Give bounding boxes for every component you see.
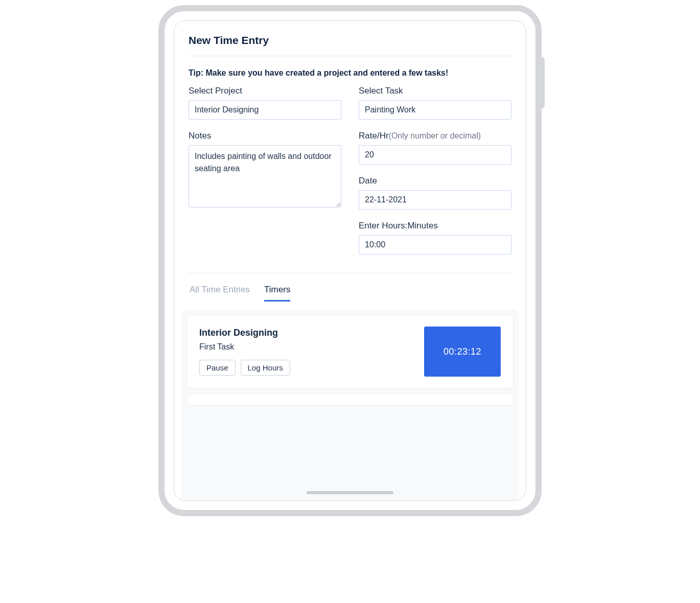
task-field: Select Task [359, 86, 511, 120]
rate-label: Rate/Hr(Only number or decimal) [359, 131, 511, 141]
log-hours-button[interactable]: Log Hours [241, 360, 290, 376]
tab-timers[interactable]: Timers [264, 285, 290, 302]
header: New Time Entry [174, 21, 526, 56]
date-input[interactable] [359, 190, 511, 210]
notes-field: Notes [189, 131, 341, 254]
tabs: All Time Entries Timers [174, 273, 526, 307]
tip-text: Tip: Make sure you have created a projec… [174, 56, 526, 86]
date-label: Date [359, 176, 511, 186]
time-entry-form: Select Project Select Task Notes Rate/Hr… [174, 86, 526, 273]
app-panel: New Time Entry Tip: Make sure you have c… [174, 20, 526, 501]
tablet-side-button [541, 57, 545, 108]
rate-field: Rate/Hr(Only number or decimal) [359, 131, 511, 165]
page-title: New Time Entry [189, 34, 511, 47]
pause-button[interactable]: Pause [199, 360, 236, 376]
timer-info: Interior Designing First Task Pause Log … [199, 328, 424, 376]
right-column-2: Rate/Hr(Only number or decimal) Date Ent… [359, 131, 511, 254]
hours-label: Enter Hours:Minutes [359, 221, 511, 231]
timer-actions: Pause Log Hours [199, 360, 424, 376]
task-label: Select Task [359, 86, 511, 96]
tab-all-time-entries[interactable]: All Time Entries [190, 285, 250, 302]
timer-elapsed: 00:23:12 [424, 327, 501, 377]
tablet-frame: New Time Entry Tip: Make sure you have c… [158, 5, 542, 516]
project-label: Select Project [189, 86, 341, 96]
timers-list: Interior Designing First Task Pause Log … [181, 310, 519, 500]
timer-card-peek [186, 393, 514, 406]
home-indicator[interactable] [307, 491, 393, 494]
notes-input[interactable] [189, 145, 341, 207]
notes-label: Notes [189, 131, 341, 141]
timer-task: First Task [199, 342, 424, 352]
task-input[interactable] [359, 100, 511, 120]
timer-card: Interior Designing First Task Pause Log … [186, 315, 514, 388]
right-column: Select Task [359, 86, 511, 120]
project-field: Select Project [189, 86, 341, 120]
timer-project: Interior Designing [199, 328, 424, 338]
hours-input[interactable] [359, 235, 511, 254]
rate-hint: (Only number or decimal) [389, 131, 481, 140]
project-input[interactable] [189, 100, 341, 120]
rate-label-text: Rate/Hr [359, 131, 389, 141]
date-field: Date [359, 176, 511, 210]
hours-field: Enter Hours:Minutes [359, 221, 511, 254]
rate-input[interactable] [359, 145, 511, 165]
